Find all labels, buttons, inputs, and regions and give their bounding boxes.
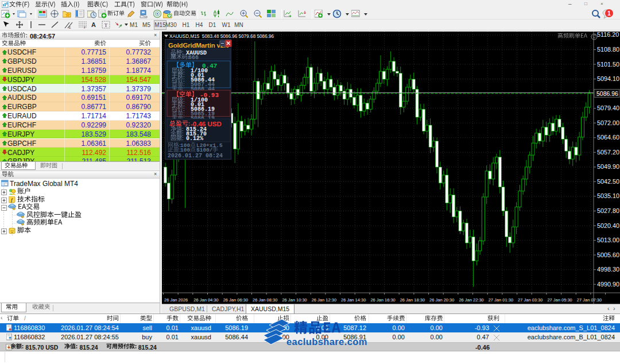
svg-text:5101.50: 5101.50: [597, 61, 619, 68]
svg-text:5094.10: 5094.10: [597, 75, 619, 82]
svg-text:26 Jan 08:30: 26 Jan 08:30: [253, 297, 277, 303]
svg-text:27 Jan 07:30: 27 Jan 07:30: [577, 297, 602, 303]
svg-text:5116.20: 5116.20: [597, 32, 619, 38]
svg-text:27 Jan 05:30: 27 Jan 05:30: [547, 297, 572, 303]
svg-text:5072.00: 5072.00: [597, 119, 619, 126]
svg-text:26 Jan 18:30: 26 Jan 18:30: [400, 297, 425, 303]
svg-text:4998.30: 4998.30: [597, 266, 619, 273]
svg-text:5049.90: 5049.90: [597, 163, 619, 170]
svg-text:5064.60: 5064.60: [597, 134, 619, 141]
svg-text:4990.90: 4990.90: [597, 281, 619, 288]
svg-text:5035.10: 5035.10: [597, 192, 619, 199]
svg-text:26 Jan 04:30: 26 Jan 04:30: [193, 297, 218, 303]
svg-text:26 Jan 10:30: 26 Jan 10:30: [282, 297, 307, 303]
svg-text:27 Jan 03:30: 27 Jan 03:30: [518, 297, 542, 303]
svg-text:5079.40: 5079.40: [597, 104, 619, 111]
svg-text:5005.60: 5005.60: [597, 251, 619, 258]
svg-text:1: 1: [607, 10, 611, 17]
svg-text:26 Jan 16:30: 26 Jan 16:30: [370, 297, 395, 303]
svg-text:666: 666: [188, 55, 199, 61]
svg-text:27 Jan 01:30: 27 Jan 01:30: [489, 297, 513, 303]
svg-text:26 Jan 22:30: 26 Jan 22:30: [459, 297, 483, 303]
svg-text:E: E: [69, 26, 71, 29]
svg-text:0.12%: 0.12%: [186, 135, 203, 142]
svg-text:5042.50: 5042.50: [597, 178, 619, 185]
svg-text:5020.40: 5020.40: [597, 222, 619, 229]
svg-text:26 Jan 12:30: 26 Jan 12:30: [312, 297, 336, 303]
svg-text:26 Jan 14:30: 26 Jan 14:30: [341, 297, 366, 303]
svg-text:26 Jan 2026: 26 Jan 2026: [164, 297, 188, 303]
svg-text:5013.00: 5013.00: [597, 237, 619, 243]
svg-text:T: T: [104, 22, 108, 28]
svg-text:5057.20: 5057.20: [597, 149, 619, 156]
svg-text:5086.96: 5086.96: [596, 90, 618, 97]
svg-text:2026.01.27 08:24: 2026.01.27 08:24: [168, 153, 223, 159]
svg-text:F: F: [84, 26, 86, 29]
svg-text:26 Jan 06:30: 26 Jan 06:30: [223, 297, 248, 303]
svg-text:5027.80: 5027.80: [597, 207, 619, 214]
svg-text:XAUUSD,M15 5083.48 5086.96 50: XAUUSD,M15 5083.48 5086.96 5079.68 5086.…: [169, 34, 274, 39]
svg-text:5108.80: 5108.80: [597, 46, 619, 53]
svg-text:26 Jan 20:30: 26 Jan 20:30: [429, 297, 454, 303]
